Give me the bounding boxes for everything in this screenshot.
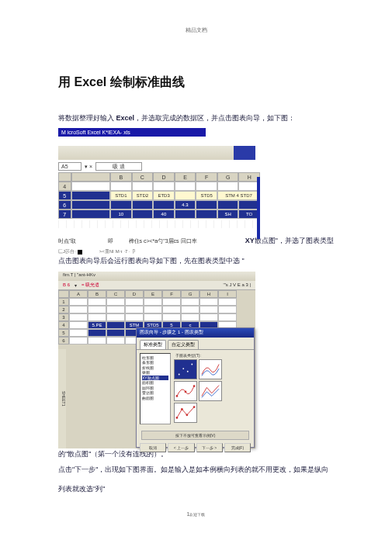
cell: SH (217, 209, 239, 219)
title-excel: Excel (74, 75, 106, 88)
svg-point-1 (182, 368, 184, 369)
title-pre: 用 (58, 75, 74, 88)
cell (69, 321, 88, 329)
svg-point-7 (176, 417, 179, 419)
finish-button[interactable]: 完成(F) (224, 443, 251, 452)
cell (71, 209, 110, 219)
cell-sel (88, 329, 106, 337)
row-header: 5 (58, 191, 71, 200)
p1-b: ，并选取完成的数据区，并点击图表向导，如下图： (134, 114, 295, 122)
scatter-smooth-icon[interactable] (199, 359, 222, 379)
col-header: C (132, 172, 154, 182)
spreadsheet-1: B C D E F G H 4 5 STD1 STD2 ETD3 STD5 (58, 172, 260, 219)
cell (69, 313, 88, 321)
cell-sel (106, 321, 125, 329)
cancel-button[interactable]: 取消 (140, 443, 166, 452)
cell: 40 (153, 209, 175, 219)
mid-small: 榫住s c><*a勺"3届cs 回口率 (129, 237, 197, 245)
document-title: 用 Excel 绘制标准曲线 (58, 74, 334, 91)
chart-wizard-dialog: 图表向导 - 步骤之 1 - 图表类型 标准类型 自定义类型 柱形图 条形图 折… (136, 327, 255, 448)
mid-left: 时点"取 (58, 237, 77, 245)
paragraph-1: 将数据整理好输入 Excel，并选取完成的数据区，并点击图表向导，如下图： (58, 113, 334, 123)
svg-point-10 (193, 406, 196, 408)
corner (58, 290, 69, 298)
screenshot-2: fim.T | "ant-HKv B 6 ▾ = 吸光遺 '"s J V E a… (58, 272, 255, 448)
cell (144, 313, 162, 321)
cell-sel (106, 329, 125, 337)
scatter-lines-icon[interactable] (199, 381, 222, 401)
list-item[interactable]: 曲面图 (142, 396, 168, 401)
col-header: I (218, 290, 237, 298)
excel-toolbar (58, 146, 255, 160)
scatter-plain-icon[interactable] (174, 359, 197, 379)
title-post: 绘制标准曲线 (106, 75, 184, 88)
scrollbar (257, 177, 260, 239)
cell (162, 313, 181, 321)
row-header: 5 (58, 329, 69, 337)
next-button[interactable]: 下一步 > (196, 443, 223, 452)
svg-point-8 (181, 408, 183, 410)
page-footer: 1欢迎下载 (0, 511, 392, 517)
subtype-label: 子图表类型(T): (175, 353, 251, 358)
p1-a: 将数据整理好输入 (58, 114, 116, 122)
footer-text: 欢迎下载 (189, 512, 205, 517)
sm2c: M∙τ ∙7 ∙卩 (116, 248, 135, 255)
ruler (58, 220, 260, 228)
cell (199, 298, 218, 306)
cell (196, 182, 217, 191)
tab-custom[interactable]: 自定义类型 (168, 340, 199, 349)
corner-cell (58, 172, 71, 182)
cell: 10 (110, 209, 132, 219)
cell-std (175, 191, 196, 200)
row-header: 7 (58, 209, 71, 219)
chart-type-list[interactable]: 柱形图 条形图 折线图 饼图 XY散点图 面积图 圆环图 雷达图 曲面图 (140, 353, 171, 424)
excel2-formula-bar: B 6 ▾ = 吸光遺 '"s J V E a 3 | (58, 281, 255, 290)
cell (218, 306, 237, 313)
svg-point-2 (187, 371, 189, 372)
cell (71, 200, 110, 209)
cell (125, 306, 144, 313)
tab-standard[interactable]: 标准类型 (140, 340, 166, 349)
cellref2: B 6 (63, 282, 70, 287)
dialog-tabs: 标准类型 自定义类型 (137, 338, 254, 350)
paragraph-4: 点击"下一步"，出现如下图界面。如是输入是如本例横向列表的就不用更改，如果是纵向 (58, 464, 334, 475)
fval2: = 吸光遺 (82, 282, 99, 289)
col-header: F (196, 172, 217, 182)
svg-point-9 (186, 414, 188, 416)
back-button[interactable]: < 上一步 (168, 443, 194, 452)
excel2-toolbar: fim.T | "ant-HKv (58, 272, 255, 281)
col-header: E (144, 290, 162, 298)
excel-titlebar: M icroSoft Excel K*IEXA- xls (58, 128, 206, 137)
col-header (71, 172, 110, 182)
cell-std: STM 4 STD7 (217, 191, 260, 200)
cell (196, 209, 217, 219)
col-header: D (153, 172, 175, 182)
paragraph-5: 列表就改选"列" (58, 483, 334, 494)
cell (199, 306, 218, 313)
cell (217, 200, 239, 209)
cell-std: STD2 (132, 191, 154, 200)
cell (69, 329, 88, 337)
col-header: C (106, 290, 125, 298)
row-header: 4 (58, 321, 69, 329)
cell (69, 298, 88, 306)
cell (110, 200, 132, 209)
svg-point-0 (179, 373, 180, 375)
col-header: B (110, 172, 132, 182)
scatter-line-marker-icon[interactable] (174, 381, 197, 401)
cell (162, 298, 181, 306)
block-icon (78, 250, 82, 254)
cell (69, 306, 88, 313)
scatter-line-marker2-icon[interactable] (174, 403, 197, 423)
col-header: A (69, 290, 88, 298)
cell: 4.3 (175, 200, 196, 209)
cell-std: STD1 (110, 191, 132, 200)
col-header: B (88, 290, 106, 298)
cell (162, 306, 181, 313)
cell (132, 209, 154, 219)
row-header: 2 (58, 306, 69, 313)
cell (88, 306, 106, 313)
sm2a: 匚J莎自∙ (58, 248, 76, 255)
cell-std: STD5 (196, 191, 217, 200)
preview-button[interactable]: 按下不放可查看示例(V) (141, 431, 249, 440)
